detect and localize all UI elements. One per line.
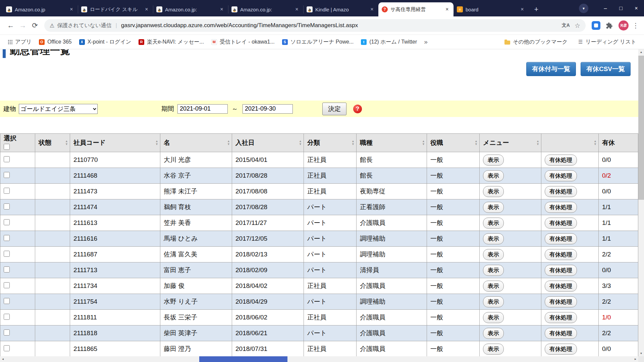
row-select-checkbox[interactable] xyxy=(4,203,10,209)
browser-tab-6[interactable]: ?サ高住専用経営× xyxy=(378,2,453,16)
bookmark-item-6[interactable]: Sソロエルアリーナ Powe... xyxy=(279,37,357,47)
select-all-checkbox[interactable] xyxy=(4,144,10,150)
leave-process-button[interactable]: 有休処理 xyxy=(545,328,577,339)
back-button[interactable]: ← xyxy=(5,19,17,32)
sort-arrows-icon[interactable]: ▲▼ xyxy=(594,140,597,146)
bookmark-star-icon[interactable]: ☆ xyxy=(575,22,580,29)
tab-close-icon[interactable]: × xyxy=(68,6,74,12)
show-button[interactable]: 表示 xyxy=(483,265,504,276)
vertical-scrollbar-thumb[interactable] xyxy=(638,56,644,200)
horizontal-scrollbar-thumb[interactable] xyxy=(199,356,287,362)
row-select-checkbox[interactable] xyxy=(4,251,10,257)
help-icon[interactable]: ? xyxy=(353,105,362,113)
period-start-input[interactable] xyxy=(177,104,228,114)
row-select-checkbox[interactable] xyxy=(4,219,10,225)
show-button[interactable]: 表示 xyxy=(483,312,504,323)
leave-process-button[interactable]: 有休処理 xyxy=(545,281,577,292)
bookmark-item-3[interactable]: XX-point - ログイン xyxy=(76,37,134,47)
row-select-checkbox[interactable] xyxy=(4,345,10,351)
browser-tab-4[interactable]: aAmazon.co.jp:× xyxy=(228,2,303,16)
show-button[interactable]: 表示 xyxy=(483,202,504,213)
url-field[interactable]: ⚠ 保護されていない通信 | gasrv.japanwest.cloudapp.… xyxy=(44,19,586,32)
reading-list-button[interactable]: ☰ リーディング リスト xyxy=(575,37,639,47)
extension-icon[interactable] xyxy=(592,21,600,30)
show-button[interactable]: 表示 xyxy=(483,296,504,307)
row-select-checkbox[interactable] xyxy=(4,266,10,273)
leave-process-button[interactable]: 有休処理 xyxy=(545,170,577,181)
url-text[interactable]: gasrv.japanwest.cloudapp.azure.com/web/A… xyxy=(121,22,557,29)
browser-tab-1[interactable]: aAmazon.co.jp× xyxy=(3,2,78,16)
row-select-checkbox[interactable] xyxy=(4,329,10,336)
tab-close-icon[interactable]: × xyxy=(369,6,375,12)
submit-button[interactable]: 決定 xyxy=(322,103,346,115)
paid-leave-csv-list-button[interactable]: 有休CSV一覧 xyxy=(581,62,631,76)
row-select-checkbox[interactable] xyxy=(4,282,10,288)
tab-close-icon[interactable]: × xyxy=(519,6,525,12)
reload-button[interactable]: ⟳ xyxy=(29,19,41,32)
browser-tab-2[interactable]: aロードバイク スキル× xyxy=(78,2,153,16)
row-select-checkbox[interactable] xyxy=(4,156,10,162)
leave-process-button[interactable]: 有休処理 xyxy=(545,186,577,197)
show-button[interactable]: 表示 xyxy=(483,170,504,181)
building-select[interactable]: ゴールドエイジ三条 xyxy=(19,104,98,114)
bookmark-item-5[interactable]: M受信トレイ - okawa1... xyxy=(208,37,278,47)
security-text[interactable]: 保護されていない通信 xyxy=(57,22,111,29)
translate-icon[interactable]: 文A xyxy=(562,22,570,28)
maximize-button[interactable]: □ xyxy=(613,0,629,16)
period-end-input[interactable] xyxy=(243,104,293,114)
leave-process-button[interactable]: 有休処理 xyxy=(545,218,577,229)
leave-process-button[interactable]: 有休処理 xyxy=(545,265,577,276)
sort-arrows-icon[interactable]: ▲▼ xyxy=(422,140,425,146)
close-button[interactable]: × xyxy=(629,0,644,16)
column-header-position[interactable]: 役職▲▼ xyxy=(427,134,480,152)
sort-arrows-icon[interactable]: ▲▼ xyxy=(227,140,230,146)
browser-tab-7[interactable]: ≡board× xyxy=(453,2,529,16)
scroll-left-icon[interactable]: ◄ xyxy=(0,356,6,362)
sort-arrows-icon[interactable]: ▲▼ xyxy=(299,140,302,146)
leave-process-button[interactable]: 有休処理 xyxy=(545,344,577,355)
vertical-scrollbar[interactable]: ▲ ▼ xyxy=(638,49,644,356)
tab-close-icon[interactable]: × xyxy=(144,6,150,12)
paid-leave-grant-list-button[interactable]: 有休付与一覧 xyxy=(526,62,576,76)
browser-tab-3[interactable]: aAmazon.co.jp:× xyxy=(153,2,228,16)
tab-close-icon[interactable]: × xyxy=(219,6,225,12)
row-select-checkbox[interactable] xyxy=(4,298,10,304)
browser-menu-icon[interactable]: ⋮ xyxy=(632,21,639,29)
sort-arrows-icon[interactable]: ▲▼ xyxy=(475,140,478,146)
other-bookmarks-button[interactable]: その他のブックマーク xyxy=(501,37,571,47)
profile-avatar[interactable]: 光彦 xyxy=(619,20,629,31)
minimize-button[interactable]: – xyxy=(598,0,613,16)
leave-process-button[interactable]: 有休処理 xyxy=(545,249,577,260)
sort-arrows-icon[interactable]: ▲▼ xyxy=(65,140,68,146)
column-header-name[interactable]: 名▲▼ xyxy=(160,134,232,152)
sort-arrows-icon[interactable]: ▲▼ xyxy=(536,140,539,146)
show-button[interactable]: 表示 xyxy=(483,328,504,339)
browser-tab-5[interactable]: aKindle | Amazo× xyxy=(303,2,378,16)
bookmark-item-4[interactable]: R楽天e-NAVI: メッセー... xyxy=(136,37,207,47)
extensions-puzzle-icon[interactable] xyxy=(604,22,614,29)
bookmarks-overflow-chevron[interactable]: » xyxy=(421,38,430,46)
show-button[interactable]: 表示 xyxy=(483,233,504,244)
sort-arrows-icon[interactable]: ▲▼ xyxy=(352,140,355,146)
column-header-status[interactable]: 状態▲▼ xyxy=(35,134,70,152)
bookmark-item-1[interactable]: アプリ xyxy=(5,37,35,47)
row-select-checkbox[interactable] xyxy=(4,235,10,241)
show-button[interactable]: 表示 xyxy=(483,218,504,229)
tab-close-icon[interactable]: × xyxy=(444,6,450,12)
new-tab-button[interactable]: + xyxy=(531,4,541,14)
column-header-employee-code[interactable]: 社員コード▲▼ xyxy=(70,134,160,152)
leave-process-button[interactable]: 有休処理 xyxy=(545,312,577,323)
leave-process-button[interactable]: 有休処理 xyxy=(545,155,577,166)
column-header-actions[interactable]: ▲▼ xyxy=(541,134,599,152)
security-warning-icon[interactable]: ⚠ xyxy=(50,22,54,29)
row-select-checkbox[interactable] xyxy=(4,188,10,194)
forward-button[interactable]: → xyxy=(17,19,29,32)
show-button[interactable]: 表示 xyxy=(483,186,504,197)
column-header-menu[interactable]: メニュー▲▼ xyxy=(480,134,541,152)
leave-process-button[interactable]: 有休処理 xyxy=(545,296,577,307)
row-select-checkbox[interactable] xyxy=(4,172,10,178)
show-button[interactable]: 表示 xyxy=(483,281,504,292)
bookmark-item-2[interactable]: OOffice 365 xyxy=(36,37,75,47)
column-header-hire-date[interactable]: 入社日▲▼ xyxy=(232,134,304,152)
sort-arrows-icon[interactable]: ▲▼ xyxy=(155,140,158,146)
